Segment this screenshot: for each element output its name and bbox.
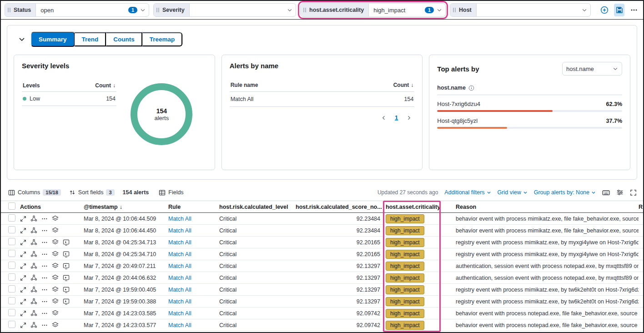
header-risk-level[interactable]: host.risk.calculated_level — [219, 204, 296, 210]
timeline-layers-icon[interactable] — [52, 310, 59, 317]
summary-tab[interactable]: Summary — [31, 32, 75, 47]
chevron-down-icon[interactable] — [581, 7, 590, 13]
chevron-down-icon[interactable] — [436, 7, 445, 13]
grid-view-button[interactable]: Grid view — [498, 189, 528, 196]
timeline-layers-icon[interactable] — [52, 274, 59, 281]
more-actions-icon[interactable] — [41, 275, 48, 281]
drag-handle-icon[interactable] — [452, 7, 457, 13]
row-checkbox[interactable] — [8, 321, 15, 328]
analyze-event-icon[interactable] — [30, 215, 37, 222]
filter-pill[interactable]: Host — [450, 3, 591, 17]
filter-pill[interactable]: host.asset.criticality high_impact 1 — [300, 3, 446, 17]
cell-reason[interactable]: behavior event with process mimikatz.exe… — [445, 227, 639, 234]
rule-link[interactable]: Match All — [168, 287, 191, 293]
header-risk-score[interactable]: host.risk.calculated_score_no... — [296, 204, 386, 210]
row-checkbox[interactable] — [8, 297, 15, 304]
filter-pill[interactable]: Status open 1 — [5, 3, 149, 17]
drag-handle-icon[interactable] — [156, 7, 160, 13]
rule-link[interactable]: Match All — [168, 310, 191, 317]
session-view-icon[interactable] — [63, 274, 70, 281]
rule-link[interactable]: Match All — [168, 298, 191, 305]
row-checkbox[interactable] — [8, 262, 15, 269]
drag-handle-icon[interactable] — [302, 7, 307, 13]
chevron-down-icon[interactable] — [139, 7, 149, 13]
rule-link[interactable]: Match All — [168, 227, 191, 234]
cell-reason[interactable]: authentication, session event with proce… — [445, 275, 639, 281]
header-criticality[interactable]: host.asset.criticality — [386, 204, 445, 210]
analyze-event-icon[interactable] — [30, 251, 37, 257]
drag-handle-icon[interactable] — [7, 7, 11, 13]
row-checkbox[interactable] — [8, 309, 15, 316]
row-checkbox[interactable] — [8, 238, 15, 245]
rule-link[interactable]: Match All — [168, 322, 191, 328]
expand-alert-icon[interactable] — [20, 227, 26, 234]
timeline-layers-icon[interactable] — [52, 262, 59, 269]
analyze-event-icon[interactable] — [30, 262, 37, 269]
row-checkbox[interactable] — [8, 285, 15, 293]
cell-reason[interactable]: behavior event with process mimikatz.exe… — [445, 216, 639, 222]
prev-page-icon[interactable] — [381, 115, 387, 121]
row-checkbox[interactable] — [8, 214, 15, 222]
display-options-icon[interactable] — [616, 189, 624, 196]
timeline-layers-icon[interactable] — [52, 239, 59, 246]
expand-alert-icon[interactable] — [20, 310, 26, 317]
cell-reason[interactable]: registry event with process mimikatz.exe… — [445, 287, 639, 293]
more-actions-icon[interactable] — [41, 251, 48, 257]
info-icon[interactable] — [468, 85, 474, 91]
cell-reason[interactable]: registry event with process mimikatz.exe… — [445, 251, 639, 257]
select-all-checkbox[interactable] — [8, 202, 15, 210]
rule-link[interactable]: Match All — [168, 216, 191, 222]
analyze-event-icon[interactable] — [30, 274, 37, 281]
cell-reason[interactable]: authentication, session event with proce… — [445, 263, 639, 269]
timeline-layers-icon[interactable] — [52, 298, 59, 305]
expand-alert-icon[interactable] — [20, 298, 26, 305]
analyze-event-icon[interactable] — [30, 298, 37, 305]
analyze-event-icon[interactable] — [30, 239, 37, 246]
more-actions-icon[interactable] — [41, 310, 48, 317]
page-number[interactable]: 1 — [395, 114, 398, 121]
rule-link[interactable]: Match All — [168, 263, 191, 269]
more-actions-icon[interactable] — [41, 298, 48, 305]
expand-alert-icon[interactable] — [20, 239, 26, 246]
row-checkbox[interactable] — [8, 250, 15, 257]
save-query-button[interactable] — [614, 4, 625, 16]
session-view-icon[interactable] — [63, 251, 70, 257]
count-col[interactable]: Count↓ — [393, 82, 414, 88]
expand-alert-icon[interactable] — [20, 322, 26, 328]
row-checkbox[interactable] — [8, 226, 15, 233]
keyboard-shortcuts-icon[interactable] — [602, 189, 610, 197]
summary-tab[interactable]: Counts — [106, 32, 142, 46]
cell-reason[interactable]: registry event with process mimikatz.exe… — [445, 298, 639, 305]
more-actions-icon[interactable] — [41, 216, 48, 222]
expand-alert-icon[interactable] — [20, 287, 26, 293]
timeline-layers-icon[interactable] — [52, 227, 59, 234]
cell-reason[interactable]: registry event with process mimikatz.exe… — [445, 239, 639, 246]
session-view-icon[interactable] — [63, 239, 70, 246]
fields-button[interactable]: Fields — [159, 189, 183, 196]
cell-reason[interactable]: behavior event with process notepad.exe,… — [445, 322, 639, 328]
next-page-icon[interactable] — [406, 115, 412, 121]
fullscreen-icon[interactable] — [630, 189, 637, 196]
more-actions-icon[interactable] — [41, 239, 48, 246]
more-actions-icon[interactable] — [41, 322, 48, 328]
sort-fields-button[interactable]: Sort fields 3 — [69, 189, 115, 196]
analyze-event-icon[interactable] — [30, 227, 37, 234]
expand-alert-icon[interactable] — [20, 216, 26, 222]
timeline-layers-icon[interactable] — [52, 322, 59, 328]
expand-alert-icon[interactable] — [20, 263, 26, 269]
expand-alert-icon[interactable] — [20, 251, 26, 257]
more-actions-icon[interactable] — [41, 227, 48, 234]
host-name[interactable]: Host-qtg8jc5yzl — [437, 117, 478, 124]
header-timestamp[interactable]: @timestamp↓ — [84, 204, 168, 210]
row-checkbox[interactable] — [8, 273, 15, 281]
filter-pill[interactable]: Severity — [153, 3, 296, 17]
chevron-down-icon[interactable] — [286, 7, 296, 13]
cell-reason[interactable]: behavior event with process notepad.exe,… — [445, 310, 639, 317]
header-r-clipped[interactable]: R — [639, 204, 644, 210]
analyze-event-icon[interactable] — [30, 310, 37, 317]
additional-filters-button[interactable]: Additional filters — [444, 189, 491, 196]
session-view-icon[interactable] — [63, 286, 70, 293]
more-actions-icon[interactable] — [41, 287, 48, 293]
session-view-icon[interactable] — [63, 262, 70, 269]
host-name[interactable]: Host-7xrig6dzu4 — [437, 101, 480, 107]
